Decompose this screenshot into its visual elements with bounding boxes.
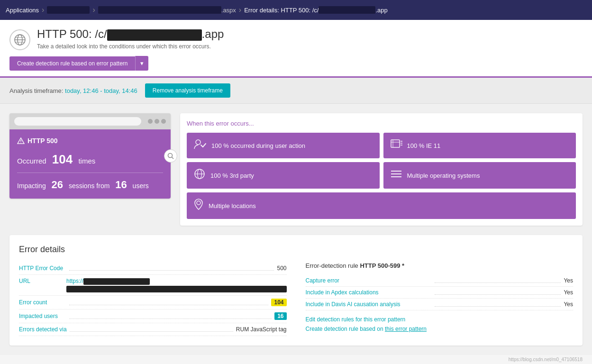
impacting-mid: sessions from: [69, 182, 109, 190]
http-code-label: HTTP Error Code: [19, 265, 66, 272]
breadcrumb-redacted-3: [319, 6, 375, 14]
occurred-suffix: times: [78, 157, 95, 165]
edit-link-label: Edit detection rules for this error patt…: [306, 316, 406, 323]
svg-point-22: [197, 201, 200, 205]
breadcrumb-sep-1: ›: [42, 6, 44, 14]
stat-tile-1-text: 100 % occurred during user action: [211, 142, 305, 149]
header-actions: Create detection rule based on error pat…: [9, 56, 583, 71]
breadcrumb-sep-3: ›: [239, 6, 241, 14]
browser-dots: [148, 119, 166, 124]
error-occurs-title: When this error occurs...: [187, 120, 576, 127]
this-error-pattern-link: this error pattern: [385, 326, 427, 332]
browser-card-wrap: HTTP 500 Occurred 104 times Impacting 26…: [9, 113, 171, 199]
watermark: https://blog.csdn.net/m0_47106518: [0, 355, 592, 364]
occurred-section: Occurred 104 times: [17, 152, 163, 173]
create-detection-rule-button[interactable]: Create detection rule based on error pat…: [9, 56, 135, 71]
chevron-down-icon: ▾: [140, 60, 144, 67]
dots-3: [69, 305, 268, 305]
search-icon[interactable]: [164, 149, 177, 163]
rule-label: Error-detection rule: [306, 262, 358, 269]
title-redacted: [107, 29, 202, 41]
error-stat-grid: 100 % occurred during user action: [187, 133, 576, 219]
detail-row-impacted-users: Impacted users 16: [19, 309, 287, 323]
right-row-apdex: Include in Apdex calculations Yes: [306, 287, 574, 299]
breadcrumb-item-2[interactable]: [47, 6, 90, 14]
impacted-users-value: 16: [274, 312, 286, 320]
browser-url-bar: [14, 117, 141, 126]
url-prefix: https://: [66, 278, 83, 284]
detail-row-error-count: Error count 104: [19, 296, 287, 309]
browser-card: HTTP 500 Occurred 104 times Impacting 26…: [9, 113, 171, 199]
browser-dot-2: [155, 119, 159, 124]
breadcrumb: Applications › › .aspx › Error details: …: [0, 0, 592, 20]
timeframe-bar: Analysis timeframe: today, 12:46 - today…: [0, 78, 592, 104]
timeframe-prefix: Analysis timeframe:: [9, 87, 63, 94]
page-title: HTTP 500: /c/.app: [37, 27, 224, 41]
detail-row-url: URL https://: [19, 275, 287, 296]
browser-dot-1: [148, 119, 153, 124]
breadcrumb-sep-2: ›: [92, 6, 95, 14]
occurred-prefix: Occurred: [17, 157, 46, 165]
edit-links: Edit detection rules for this error patt…: [306, 316, 574, 332]
detected-via-value: RUM JavaScript tag: [236, 326, 287, 333]
right-section-title: Error-detection rule HTTP 500-599 *: [306, 262, 574, 269]
breadcrumb-redacted-1: [47, 6, 90, 14]
error-http-status: HTTP 500: [27, 137, 58, 145]
stat-tile-user-action[interactable]: 100 % occurred during user action: [187, 133, 380, 158]
error-http-title: HTTP 500: [17, 137, 163, 145]
edit-detection-rules-link[interactable]: Edit detection rules for this error patt…: [306, 316, 574, 323]
breadcrumb-item-3[interactable]: .aspx: [98, 6, 236, 14]
stat-tile-4-text: Multiple operating systems: [407, 172, 480, 179]
url-value-area: https://: [66, 278, 287, 292]
svg-point-9: [196, 140, 200, 145]
right-row-capture: Capture error Yes: [306, 275, 574, 287]
details-layout: HTTP Error Code 500 URL https:// Error c…: [19, 262, 573, 336]
stat-tile-locations[interactable]: Multiple locations: [187, 192, 576, 219]
create-detection-rule-link[interactable]: Create detection rule based on this erro…: [306, 326, 574, 332]
timeframe-value: today, 12:46 - today, 14:46: [65, 87, 137, 94]
dots-5: [70, 331, 233, 332]
dots-r2: [435, 294, 561, 295]
page-header: HTTP 500: /c/.app Take a detailed look i…: [0, 20, 592, 78]
timeframe-label: Analysis timeframe: today, 12:46 - today…: [9, 87, 137, 94]
browser-bar: [9, 113, 171, 129]
davis-value: Yes: [564, 301, 573, 308]
error-occurs-panel: When this error occurs... 100 % occurred…: [180, 113, 583, 226]
http-code-value: 500: [277, 265, 286, 272]
impacted-users-label: Impacted users: [19, 313, 66, 319]
error-details-title: Error details: [19, 245, 573, 255]
dots-4: [69, 318, 272, 319]
url-redacted-1: [83, 278, 150, 285]
stat-tile-3-text: 100 % 3rd party: [210, 172, 254, 179]
apdex-label: Include in Apdex calculations: [306, 289, 432, 296]
error-details-section: Error details HTTP Error Code 500 URL ht…: [9, 235, 583, 346]
dots-r1: [435, 282, 561, 283]
remove-timeframe-button[interactable]: Remove analysis timeframe: [145, 83, 230, 98]
svg-point-6: [20, 142, 21, 143]
impacting-prefix: Impacting: [17, 182, 46, 190]
rule-name: HTTP 500-599 *: [360, 262, 404, 269]
stat-tile-2-text: 100 % IE 11: [407, 142, 441, 149]
error-visual-section: HTTP 500 Occurred 104 times Impacting 26…: [9, 113, 583, 226]
right-row-davis: Include in Davis AI causation analysis Y…: [306, 299, 574, 310]
stat-tile-3rd-party[interactable]: 100 % 3rd party: [187, 162, 380, 189]
svg-rect-10: [391, 140, 400, 147]
url-redacted-2: [66, 286, 287, 292]
details-left: HTTP Error Code 500 URL https:// Error c…: [19, 262, 287, 336]
dropdown-button[interactable]: ▾: [135, 56, 148, 71]
main-content: HTTP 500 Occurred 104 times Impacting 26…: [0, 104, 592, 355]
page-subtitle: Take a detailed look into the conditions…: [37, 43, 224, 50]
detail-row-detected-via: Errors detected via RUM JavaScript tag: [19, 323, 287, 336]
stat-tile-5-text: Multiple locations: [209, 202, 256, 209]
apdex-value: Yes: [564, 289, 573, 296]
impacting-sessions: 26: [52, 179, 63, 191]
svg-line-8: [172, 157, 174, 159]
breadcrumb-error-detail: Error details: HTTP 500: /c/.app: [244, 6, 388, 14]
breadcrumb-applications[interactable]: Applications: [6, 7, 39, 14]
capture-error-label: Capture error: [306, 277, 432, 284]
stat-tile-os[interactable]: Multiple operating systems: [383, 162, 576, 189]
error-count-label: Error count: [19, 299, 66, 306]
impacting-section: Impacting 26 sessions from 16 users: [17, 179, 163, 191]
stat-tile-ie11[interactable]: 100 % IE 11: [383, 133, 576, 158]
breadcrumb-redacted-2: [98, 6, 221, 14]
